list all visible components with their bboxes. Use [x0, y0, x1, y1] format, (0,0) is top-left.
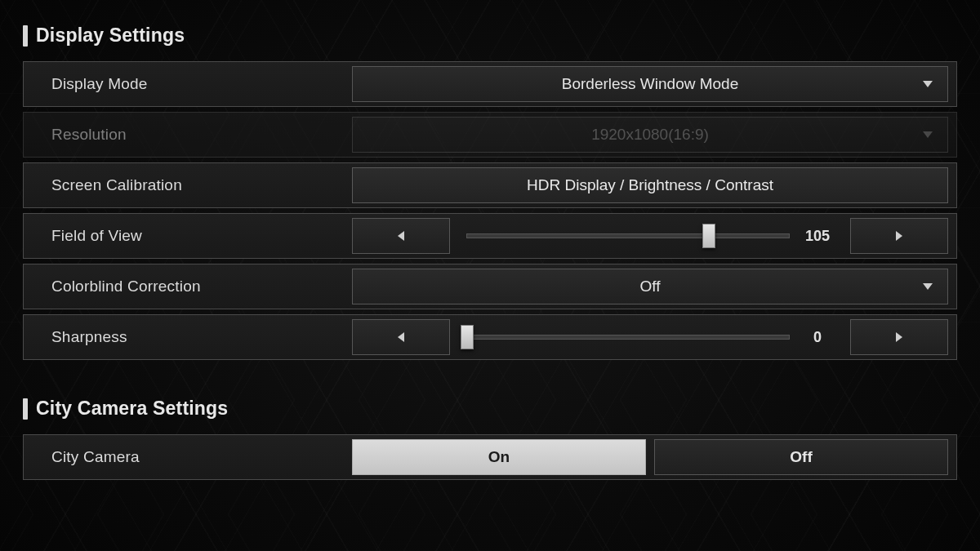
- chevron-down-icon: [923, 283, 933, 290]
- section-bar-icon: [23, 25, 28, 47]
- section-title-display: Display Settings: [23, 24, 957, 47]
- sharpness-increase-button[interactable]: [850, 319, 948, 355]
- stepper-fov: 105: [352, 218, 948, 254]
- toggle-label: Off: [790, 448, 812, 466]
- row-resolution: Resolution 1920x1080(16:9): [23, 112, 957, 158]
- dropdown-display-mode[interactable]: Borderless Window Mode: [352, 66, 948, 102]
- label-display-mode: Display Mode: [24, 75, 350, 93]
- triangle-right-icon: [896, 231, 902, 241]
- chevron-down-icon: [923, 81, 933, 87]
- fov-decrease-button[interactable]: [352, 218, 450, 254]
- row-field-of-view: Field of View 105: [23, 213, 957, 259]
- display-rows: Display Mode Borderless Window Mode Reso…: [23, 61, 957, 360]
- label-city-camera: City Camera: [24, 448, 350, 466]
- triangle-left-icon: [398, 332, 404, 342]
- slider-track: [466, 335, 790, 340]
- dropdown-resolution: 1920x1080(16:9): [352, 117, 948, 153]
- section-title-camera: City Camera Settings: [23, 398, 957, 420]
- dropdown-colorblind[interactable]: Off: [352, 269, 948, 304]
- row-city-camera: City Camera On Off: [23, 434, 957, 480]
- label-screen-calibration: Screen Calibration: [24, 176, 350, 194]
- stepper-sharpness: 0: [352, 319, 948, 355]
- slider-thumb[interactable]: [461, 325, 474, 349]
- slider-track: [466, 233, 790, 238]
- toggle-off-button[interactable]: Off: [654, 439, 948, 475]
- sharpness-value: 0: [801, 329, 834, 346]
- chevron-down-icon: [923, 131, 933, 138]
- fov-value: 105: [801, 228, 834, 245]
- settings-panel: Display Settings Display Mode Borderless…: [0, 0, 980, 480]
- dropdown-value: Borderless Window Mode: [562, 75, 738, 93]
- toggle-on-button[interactable]: On: [352, 439, 646, 475]
- slider-thumb[interactable]: [702, 224, 715, 248]
- row-display-mode: Display Mode Borderless Window Mode: [23, 61, 957, 107]
- row-sharpness: Sharpness 0: [23, 314, 957, 360]
- fov-increase-button[interactable]: [850, 218, 948, 254]
- row-screen-calibration: Screen Calibration HDR Display / Brightn…: [23, 162, 957, 208]
- sharpness-slider[interactable]: 0: [458, 329, 842, 346]
- camera-rows: City Camera On Off: [23, 434, 957, 480]
- section-title-text: Display Settings: [36, 24, 185, 47]
- section-title-text: City Camera Settings: [36, 398, 228, 420]
- fov-slider[interactable]: 105: [458, 228, 842, 245]
- label-resolution: Resolution: [24, 126, 350, 144]
- button-label: HDR Display / Brightness / Contrast: [527, 176, 773, 194]
- label-colorblind: Colorblind Correction: [24, 278, 350, 295]
- toggle-label: On: [488, 448, 510, 466]
- triangle-left-icon: [398, 231, 404, 241]
- row-colorblind: Colorblind Correction Off: [23, 264, 957, 309]
- section-bar-icon: [23, 398, 28, 420]
- label-sharpness: Sharpness: [24, 328, 350, 346]
- dropdown-value: Off: [640, 278, 661, 295]
- label-field-of-view: Field of View: [24, 227, 350, 245]
- toggle-city-camera: On Off: [352, 439, 948, 475]
- dropdown-value: 1920x1080(16:9): [591, 126, 709, 144]
- triangle-right-icon: [896, 332, 902, 342]
- button-screen-calibration[interactable]: HDR Display / Brightness / Contrast: [352, 167, 948, 203]
- sharpness-decrease-button[interactable]: [352, 319, 450, 355]
